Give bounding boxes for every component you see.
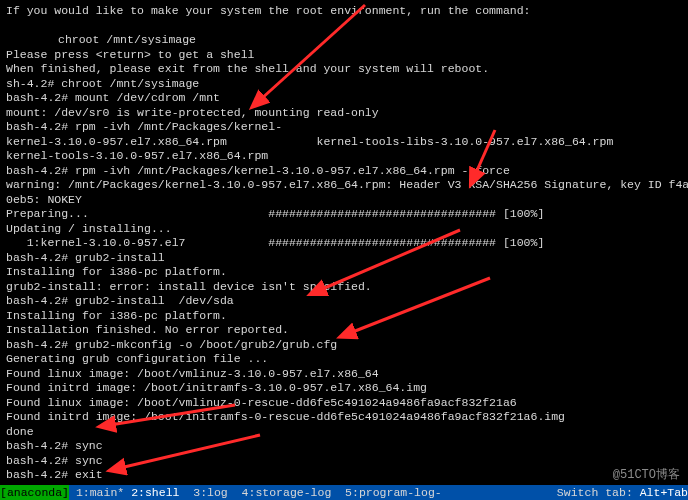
cmd-chroot: sh-4.2# chroot /mnt/sysimage [6, 77, 682, 92]
terminal-output[interactable]: If you would like to make your system th… [0, 0, 688, 500]
updating: Updating / installing... [6, 222, 682, 237]
kernel-pkg: 1:kernel-3.10.0-957.el7 ################… [6, 236, 682, 251]
cmd-sync-2: bash-4.2# sync [6, 454, 682, 469]
statusbar-anaconda: [anaconda] [0, 485, 69, 500]
watermark: @51CTO博客 [611, 468, 682, 483]
found-rescue-initramfs: Found initrd image: /boot/initramfs-0-re… [6, 410, 682, 425]
found-initramfs: Found initrd image: /boot/initramfs-3.10… [6, 381, 682, 396]
cmd-exit-1: bash-4.2# exit [6, 468, 682, 483]
grub-platform-1: Installing for i386-pc platform. [6, 265, 682, 280]
cmd-grub-install: bash-4.2# grub2-install /dev/sda [6, 294, 682, 309]
grub-finished: Installation finished. No error reported… [6, 323, 682, 338]
grub-platform-2: Installing for i386-pc platform. [6, 309, 682, 324]
cmd-grub-mkconfig: bash-4.2# grub2-mkconfig -o /boot/grub2/… [6, 338, 682, 353]
mount-output: mount: /dev/sr0 is write-protected, moun… [6, 106, 682, 121]
chroot-hint: chroot /mnt/sysimage [6, 33, 682, 48]
gen-grub: Generating grub configuration file ... [6, 352, 682, 367]
rpm-list-2: kernel-tools-3.10.0-957.el7.x86_64.rpm [6, 149, 682, 164]
anaconda-status-bar: [anaconda] 1:main* 2:shell 3:log 4:stora… [0, 485, 688, 500]
warn-line-2: 0eb5: NOKEY [6, 193, 682, 208]
warn-line-1: warning: /mnt/Packages/kernel-3.10.0-957… [6, 178, 682, 193]
when-finished: When finished, please exit from the shel… [6, 62, 682, 77]
cmd-rpm-force: bash-4.2# rpm -ivh /mnt/Packages/kernel-… [6, 164, 682, 179]
rpm-list-1: kernel-3.10.0-957.el7.x86_64.rpm kernel-… [6, 135, 682, 150]
found-vmlinuz: Found linux image: /boot/vmlinuz-3.10.0-… [6, 367, 682, 382]
cmd-mount: bash-4.2# mount /dev/cdrom /mnt [6, 91, 682, 106]
cmd-rpm-list: bash-4.2# rpm -ivh /mnt/Packages/kernel- [6, 120, 682, 135]
statusbar-switch-hint: Switch tab: Alt+Tab [550, 485, 688, 500]
done: done [6, 425, 682, 440]
preparing: Preparing... ###########################… [6, 207, 682, 222]
press-return: Please press <return> to get a shell [6, 48, 682, 63]
found-rescue-vmlinuz: Found linux image: /boot/vmlinuz-0-rescu… [6, 396, 682, 411]
cmd-sync-1: bash-4.2# sync [6, 439, 682, 454]
grub-error: grub2-install: error: install device isn… [6, 280, 682, 295]
cmd-grub-install-bad: bash-4.2# grub2-install [6, 251, 682, 266]
intro-text: If you would like to make your system th… [6, 4, 682, 19]
statusbar-tabs[interactable]: 1:main* 2:shell 3:log 4:storage-log 5:pr… [69, 485, 550, 500]
